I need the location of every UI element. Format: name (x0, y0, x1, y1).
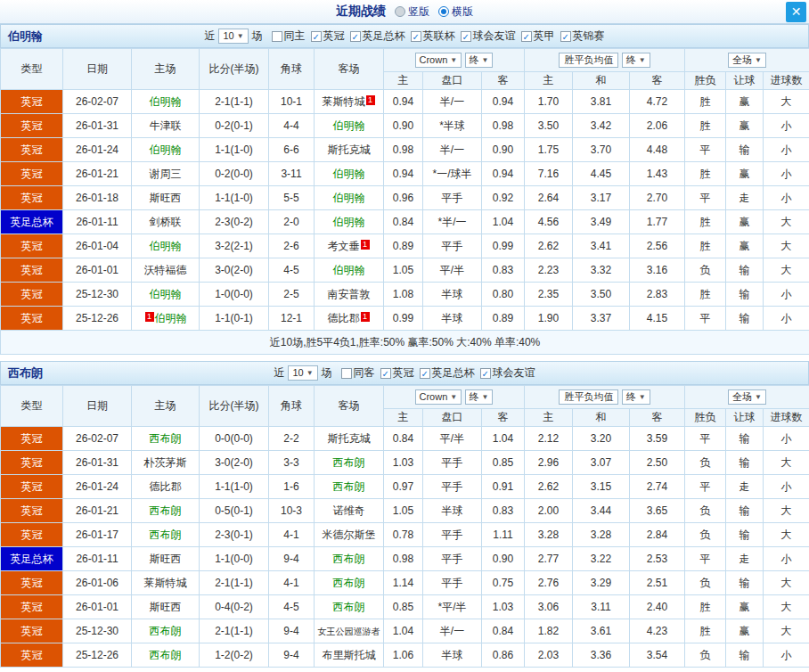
final-odds-select[interactable]: 终▼ (465, 389, 494, 405)
checkbox-icon[interactable]: ✓ (380, 368, 391, 379)
bookmaker-select[interactable]: Crown▼ (415, 389, 462, 405)
radio-vertical-layout[interactable]: 竖版 (395, 4, 429, 20)
avg-away-odds: 4.15 (630, 307, 685, 331)
score: 0-0(0-0) (200, 427, 269, 451)
fullmatch-select[interactable]: 全场▼ (728, 389, 766, 405)
filter-英足总杯[interactable]: ✓英足总杯 (420, 365, 475, 381)
checkbox-icon[interactable]: ✓ (350, 31, 361, 42)
result-wdl: 负 (685, 643, 726, 668)
final-odds-select[interactable]: 终▼ (465, 53, 494, 68)
result-handicap: 输 (726, 571, 764, 595)
avg-draw-odds: 3.70 (573, 138, 630, 162)
filter-英足总杯[interactable]: ✓英足总杯 (350, 29, 405, 44)
match-count-select[interactable]: 10▼ (288, 365, 317, 381)
avg-draw-odds: 3.32 (573, 258, 630, 283)
avg-home-odds: 1.70 (525, 90, 573, 114)
home-team-cell: 西布朗 (132, 619, 200, 643)
away-team-cell: 斯托克城 (315, 138, 384, 162)
filter-英联杯[interactable]: ✓英联杯 (411, 29, 455, 44)
away-team-cell: 诺维奇 (315, 499, 384, 523)
fullmatch-select[interactable]: 全场▼ (728, 53, 766, 68)
match-date: 26-01-24 (63, 475, 132, 499)
league-badge: 英冠 (1, 571, 63, 595)
result-goals: 小 (764, 547, 809, 571)
result-handicap: 赢 (726, 210, 764, 234)
result-goals: 大 (764, 90, 809, 114)
league-badge: 英足总杯 (1, 547, 63, 571)
filter-英冠[interactable]: ✓英冠 (311, 29, 345, 44)
checkbox-icon[interactable] (341, 368, 352, 379)
checkbox-icon[interactable]: ✓ (461, 31, 471, 42)
bookmaker-away-odds: 1.11 (482, 523, 525, 547)
handicap-line: 平手 (423, 523, 482, 547)
bookmaker-away-odds: 0.84 (482, 619, 525, 643)
chevron-down-icon: ▼ (306, 367, 314, 379)
team-name: 西布朗 (333, 456, 365, 469)
team-name: 伯明翰 (333, 216, 365, 228)
filter-同主[interactable]: 同主 (272, 29, 306, 44)
filter-英甲[interactable]: ✓英甲 (521, 29, 555, 44)
result-wdl: 胜 (685, 114, 726, 138)
away-team-cell: 伯明翰 (315, 114, 384, 138)
score: 1-2(0-2) (200, 643, 269, 668)
odds-avg-select[interactable]: 胜平负均值 (559, 389, 618, 405)
bookmaker-home-odds: 0.90 (384, 114, 423, 138)
bookmaker-select[interactable]: Crown▼ (415, 53, 462, 68)
avg-draw-odds: 3.17 (573, 186, 630, 210)
checkbox-icon[interactable]: ✓ (420, 368, 430, 379)
filter-球会友谊[interactable]: ✓球会友谊 (480, 365, 535, 381)
bookmaker-away-odds: 0.90 (482, 547, 525, 571)
col-away: 客场 (315, 49, 384, 90)
filter-英锦赛[interactable]: ✓英锦赛 (560, 29, 605, 44)
home-team-cell: 伯明翰 (132, 234, 200, 258)
rank-badge: 1 (366, 95, 375, 105)
avg-draw-odds: 3.37 (573, 307, 630, 331)
corner-count: 10-1 (269, 90, 315, 114)
home-team-cell: 西布朗 (132, 499, 200, 523)
checkbox-icon[interactable]: ✓ (560, 31, 571, 42)
radio-icon[interactable] (395, 6, 405, 17)
col-date: 日期 (63, 386, 132, 427)
score: 2-1(1-1) (200, 619, 269, 643)
checkbox-icon[interactable]: ✓ (411, 31, 421, 42)
handicap-line: 平/半 (423, 427, 482, 451)
bookmaker-away-odds: 0.99 (482, 234, 525, 258)
avg-draw-odds: 4.45 (573, 162, 630, 186)
checkbox-icon[interactable]: ✓ (480, 368, 491, 379)
league-badge: 英冠 (1, 186, 63, 210)
chevron-down-icon: ▼ (639, 54, 646, 66)
result-handicap: 赢 (726, 619, 764, 643)
col-result-wdl: 胜负 (685, 72, 726, 90)
checkbox-icon[interactable]: ✓ (521, 31, 532, 42)
checkbox-icon[interactable] (272, 31, 282, 42)
odds-avg-select[interactable]: 胜平负均值 (559, 53, 618, 68)
match-row: 英足总杯26-01-11斯旺西1-1(0-0)9-4西布朗0.98平手0.902… (1, 547, 809, 571)
close-button[interactable]: ✕ (786, 2, 806, 22)
avg-home-odds: 1.90 (525, 307, 573, 331)
filter-球会友谊[interactable]: ✓球会友谊 (461, 29, 516, 44)
handicap-line: 半球 (423, 499, 482, 523)
avg-away-odds: 3.59 (630, 427, 685, 451)
team-name: 伯明翰 (150, 288, 182, 300)
score: 2-3(0-2) (200, 210, 269, 234)
home-team-cell: 伯明翰 (132, 283, 200, 307)
rank-badge: 1 (361, 240, 370, 250)
radio-horizontal-layout[interactable]: 横版 (438, 4, 473, 20)
col-type: 类型 (1, 49, 63, 90)
filter-英冠[interactable]: ✓英冠 (380, 365, 414, 381)
final-odds-select[interactable]: 终▼ (622, 53, 650, 68)
score: 2-3(0-1) (200, 523, 269, 547)
result-goals: 大 (764, 451, 809, 475)
away-team-cell: 布里斯托城 (315, 643, 384, 668)
final-odds-select[interactable]: 终▼ (622, 389, 650, 405)
league-badge: 英冠 (1, 283, 63, 307)
col-avg-away: 客 (630, 409, 685, 427)
checkbox-icon[interactable]: ✓ (311, 31, 322, 42)
away-team-cell: 南安普敦 (315, 283, 384, 307)
bookmaker-away-odds: 0.83 (482, 258, 525, 283)
radio-selected-icon[interactable] (438, 6, 449, 17)
match-date: 26-01-11 (63, 210, 132, 234)
result-goals: 大 (764, 258, 809, 283)
match-count-select[interactable]: 10▼ (218, 29, 248, 44)
filter-同客[interactable]: 同客 (341, 365, 375, 381)
